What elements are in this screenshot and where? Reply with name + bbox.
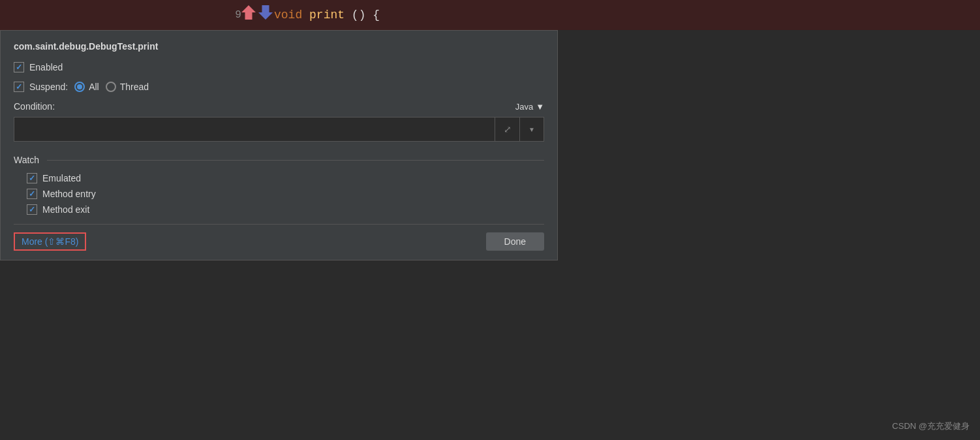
condition-lang-arrow-icon: ▼ [536, 102, 544, 112]
watch-method-entry-checkbox[interactable] [27, 189, 37, 199]
breakpoint-down-icon [258, 5, 273, 20]
enabled-checkbox[interactable] [14, 62, 24, 72]
watch-method-exit-checkbox[interactable] [27, 204, 37, 215]
condition-lang-label: Java [515, 102, 533, 112]
suspend-all-radio-label[interactable]: All [74, 82, 99, 92]
suspend-all-label: All [89, 82, 99, 92]
condition-label: Condition: [14, 101, 66, 112]
condition-lang-selector[interactable]: Java ▼ [515, 102, 544, 112]
suspend-label: Suspend: [29, 82, 68, 92]
suspend-thread-label: Thread [120, 82, 149, 92]
suspend-all-radio[interactable] [74, 82, 85, 92]
code-brace: { [373, 8, 380, 22]
done-button[interactable]: Done [486, 232, 544, 251]
csdn-watermark: CSDN @充充爱健身 [892, 420, 970, 432]
condition-label-row: Condition: Java ▼ [14, 101, 544, 112]
more-button[interactable]: More (⇧⌘F8) [14, 232, 86, 251]
condition-expand-button[interactable]: ⤢ [495, 117, 519, 142]
watch-emulated-checkbox[interactable] [27, 173, 37, 183]
popup-title: com.saint.debug.DebugTest.print [14, 41, 544, 52]
breakpoint-popup: com.saint.debug.DebugTest.print Enabled … [0, 30, 558, 260]
watch-divider [47, 160, 544, 161]
watch-label: Watch [14, 155, 39, 165]
breakpoint-icons [241, 5, 273, 20]
enabled-label: Enabled [29, 62, 63, 72]
code-parens: () [352, 8, 366, 22]
expand-icon: ⤢ [504, 124, 512, 134]
watch-section: Watch Emulated Method entry Method exit [14, 155, 544, 215]
watch-method-exit-label[interactable]: Method exit [27, 204, 544, 215]
breakpoint-up-icon [241, 5, 256, 20]
dropdown-icon: ▼ [528, 126, 535, 133]
condition-input-row: ⤢ ▼ [14, 117, 544, 142]
enabled-row: Enabled [14, 62, 544, 72]
suspend-thread-radio[interactable] [106, 82, 116, 92]
condition-input[interactable] [14, 117, 495, 142]
suspend-row: Suspend: All Thread [14, 82, 544, 92]
suspend-checkbox[interactable] [14, 82, 24, 92]
condition-dropdown-button[interactable]: ▼ [519, 117, 544, 142]
watch-method-entry-label[interactable]: Method entry [27, 189, 544, 199]
suspend-thread-radio-label[interactable]: Thread [106, 82, 149, 92]
line-number: 9 [235, 9, 241, 21]
footer-row: More (⇧⌘F8) Done [14, 224, 544, 260]
watch-items: Emulated Method entry Method exit [14, 173, 544, 215]
enabled-checkbox-label[interactable]: Enabled [14, 62, 63, 72]
watch-method-entry-text: Method entry [42, 189, 96, 199]
code-line-highlight: 9 void print () { [0, 0, 980, 30]
code-void-keyword: void [274, 8, 302, 22]
watch-header: Watch [14, 155, 544, 165]
watch-emulated-label[interactable]: Emulated [27, 173, 544, 183]
watch-emulated-text: Emulated [42, 173, 81, 183]
code-method-name: print [309, 8, 345, 22]
suspend-checkbox-label[interactable]: Suspend: [14, 82, 68, 92]
watch-method-exit-text: Method exit [42, 204, 89, 215]
